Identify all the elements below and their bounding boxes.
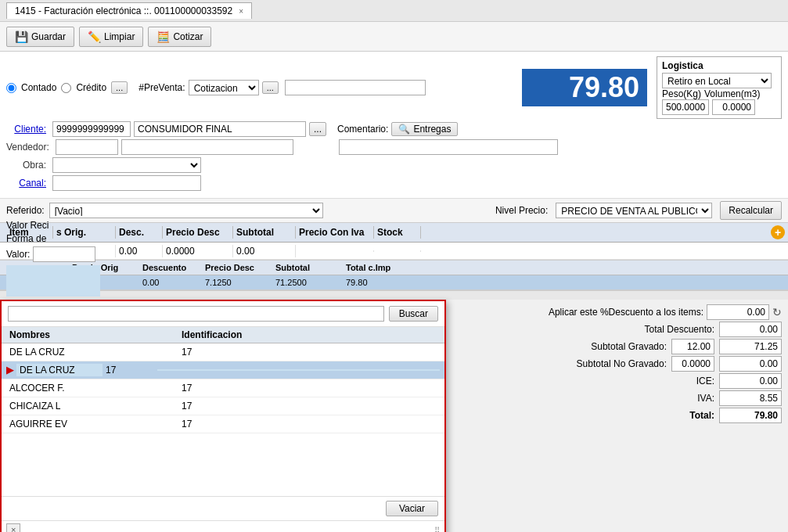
save-icon: 💾 — [15, 31, 28, 43]
dropdown-close-btn[interactable]: × — [6, 523, 20, 532]
vendedor-name-input[interactable] — [121, 139, 293, 155]
subtotal-no-gravado-value[interactable] — [719, 356, 782, 372]
peso-label: Peso(Kg) — [662, 88, 701, 99]
nivel-select[interactable]: PRECIO DE VENTA AL PUBLICO — [556, 203, 712, 218]
cliente-label[interactable]: Cliente: — [6, 124, 49, 135]
preventa-more-btn[interactable]: ... — [262, 81, 279, 94]
logistica-select[interactable]: Retiro en Local — [662, 73, 772, 88]
th-subtotal: Subtotal — [233, 226, 296, 239]
total-descuento-input[interactable] — [719, 322, 782, 337]
th-inner-subtotal: Subtotal — [272, 262, 343, 273]
title-text: 1415 - Facturación electrónica ::. 00110… — [15, 5, 232, 16]
td-stock-1 — [374, 250, 421, 252]
volumen-label: Volumen(m3) — [704, 88, 760, 99]
resize-corner: ⠿ — [434, 526, 440, 533]
credito-radio[interactable] — [61, 83, 71, 93]
add-row-btn[interactable]: + — [768, 225, 788, 240]
dropdown-footer: Vaciar — [2, 496, 444, 520]
dropdown-row-2[interactable]: ▶ DE LA CRUZ 17 — [2, 361, 444, 379]
subtotal-no-gravado-label: Subtotal No Gravado: — [510, 358, 667, 369]
comentario-text-input[interactable] — [339, 139, 558, 155]
discount-label: Aplicar este %Descuento a los items: — [549, 307, 703, 318]
td-inner-subtotal: 71.2500 — [272, 277, 343, 288]
logistica-box: Logistica Retiro en Local Peso(Kg) Volum… — [657, 56, 782, 119]
peso-vol-row: Peso(Kg) Volumen(m3) — [662, 88, 776, 99]
credito-label: Crédito — [76, 82, 106, 93]
referido-label: Referido: — [6, 205, 45, 216]
iva-value[interactable] — [719, 390, 782, 406]
subtotal-no-gravado-input[interactable] — [671, 356, 714, 372]
recalcular-btn[interactable]: Recalcular — [720, 201, 782, 220]
subtotal-gravado-value[interactable] — [719, 339, 782, 354]
dropdown-row-1[interactable]: DE LA CRUZ 17 — [2, 343, 444, 361]
dropdown-col-headers: Nombres Identificacion — [2, 327, 444, 343]
comentario-label: Comentario: — [337, 124, 388, 135]
cliente-more-btn[interactable]: ... — [309, 122, 326, 136]
form-row-4: Obra: — [6, 157, 782, 173]
dd-extra-2 — [157, 369, 440, 371]
subtotal-gravado-input[interactable] — [671, 339, 714, 354]
quote-button[interactable]: 🧮 Cotizar — [148, 27, 211, 47]
valor-reci-label: Valor Reci — [6, 220, 49, 231]
td-inner-total-imp: 79.80 — [343, 277, 421, 288]
forma-de-row: Forma de — [6, 233, 228, 244]
volumen-input[interactable]: 0.0000 — [712, 99, 755, 115]
quote-label: Cotizar — [173, 31, 203, 42]
cliente-id-input[interactable] — [52, 121, 131, 137]
refresh-icon[interactable]: ↻ — [772, 306, 782, 318]
big-price-display: 79.80 — [522, 69, 647, 106]
obra-label: Obra: — [6, 160, 49, 171]
close-tab-icon[interactable]: × — [239, 7, 243, 16]
discount-row: Aplicar este %Descuento a los items: 0.0… — [497, 304, 782, 320]
peso-input[interactable]: 500.0000 — [662, 99, 709, 115]
dropdown-spacer — [2, 433, 444, 496]
form-row-3: Vendedor: — [6, 139, 782, 155]
obra-select[interactable] — [52, 157, 201, 173]
preventa-select[interactable]: Cotizacion Factura Proforma — [189, 80, 259, 95]
dropdown-row-4[interactable]: CHICAIZA L 17 — [2, 397, 444, 415]
dropdown-row-3[interactable]: ALCOCER F. 17 — [2, 379, 444, 397]
col-h-id: Identificacion — [178, 329, 272, 341]
entregas-btn[interactable]: 🔍 Entregas — [391, 122, 458, 136]
preventa-input[interactable] — [285, 80, 426, 95]
dropdown-search-row: Buscar — [2, 301, 444, 327]
discount-input[interactable]: 0.00 — [707, 304, 769, 320]
dd-id-3: 17 — [178, 382, 272, 394]
payment-type-group: Contado Crédito ... — [6, 81, 128, 94]
contado-radio[interactable] — [6, 83, 16, 93]
forma-de-label: Forma de — [6, 233, 46, 244]
valor-label: Valor: — [6, 249, 30, 260]
form-row-5: Canal: — [6, 175, 782, 191]
peso-vol-values: 500.0000 0.0000 — [662, 99, 776, 115]
dropdown-row-5[interactable]: AGUIRRE EV 17 — [2, 415, 444, 433]
canal-input[interactable] — [52, 175, 201, 191]
td-subtotal-1: 0.00 — [233, 245, 296, 257]
dd-extra-5 — [272, 423, 440, 425]
cliente-name-input[interactable] — [134, 121, 306, 137]
total-label: Total: — [558, 410, 714, 421]
dd-nombre-4: CHICAIZA L — [6, 400, 178, 412]
dd-extra-4 — [272, 405, 440, 407]
clear-button[interactable]: ✏️ Limpiar — [79, 27, 143, 47]
payment-more-btn[interactable]: ... — [111, 81, 128, 94]
dropdown-search-input[interactable] — [8, 306, 384, 322]
preventa-label: #PreVenta: — [139, 82, 185, 93]
canal-label[interactable]: Canal: — [6, 178, 49, 189]
dd-nombre-1: DE LA CRUZ — [6, 346, 178, 358]
vaciar-btn[interactable]: Vaciar — [386, 501, 438, 516]
valor-input[interactable] — [33, 246, 95, 262]
save-button[interactable]: 💾 Guardar — [6, 27, 74, 47]
title-bar: 1415 - Facturación electrónica ::. 00110… — [0, 0, 788, 22]
ice-value[interactable] — [719, 373, 782, 389]
total-value[interactable] — [719, 408, 782, 423]
dd-nombre-5: AGUIRRE EV — [6, 418, 178, 430]
logistica-title: Logistica — [662, 60, 776, 71]
ice-row: ICE: — [497, 373, 782, 389]
buscar-btn[interactable]: Buscar — [389, 306, 438, 322]
total-descuento-label: Total Descuento: — [558, 324, 714, 335]
vendedor-id-input[interactable] — [56, 139, 118, 155]
search-icon: 🔍 — [398, 124, 410, 135]
subtotal-gravado-label: Subtotal Gravado: — [510, 341, 667, 352]
referido-select[interactable]: [Vacio] — [49, 203, 323, 218]
clear-label: Limpiar — [104, 31, 135, 42]
